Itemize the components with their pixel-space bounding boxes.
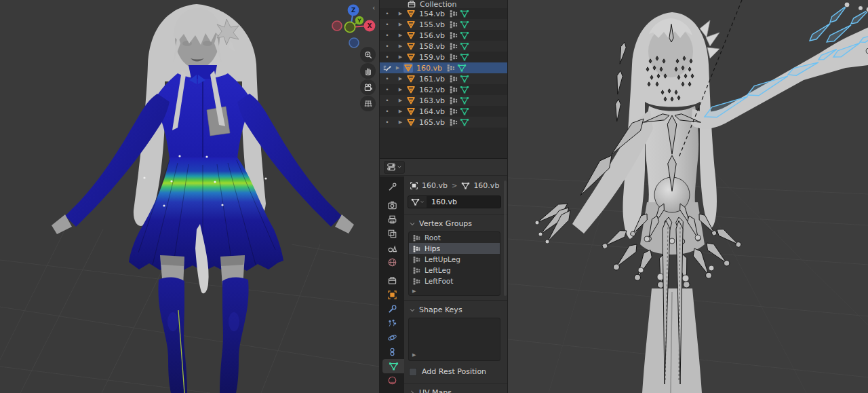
shape-keys-panel-header[interactable]: Shape Keys: [404, 303, 507, 316]
vertex-group-name[interactable]: LeftLeg: [425, 266, 451, 274]
navigation-gizmo[interactable]: Z X Y: [331, 1, 378, 50]
tab-physics[interactable]: [380, 331, 404, 345]
expand-arrow-icon[interactable]: ▶: [395, 98, 406, 103]
list-resize-grip[interactable]: ▶: [409, 350, 416, 359]
breadcrumb-object-name[interactable]: 160.vb: [422, 181, 448, 190]
object-name[interactable]: 154.vb: [416, 10, 448, 18]
tab-output[interactable]: [380, 212, 404, 227]
tab-object-data-active[interactable]: [382, 359, 404, 373]
collection-name[interactable]: Collection: [416, 0, 456, 9]
vertex-groups-list[interactable]: Root Hips LeftUpLeg: [408, 231, 500, 296]
list-resize-grip[interactable]: ▶: [409, 286, 500, 295]
add-rest-position-checkbox[interactable]: [409, 368, 417, 376]
tab-collection[interactable]: [380, 274, 404, 288]
object-dot-icon: •: [380, 75, 395, 82]
expand-arrow-icon[interactable]: ▶: [395, 33, 406, 38]
outliner-editor[interactable]: Collection • ▶ 154.vb • ▶ 155.vb • ▶: [380, 0, 507, 159]
expand-arrow-icon[interactable]: ▶: [395, 22, 406, 27]
object-name[interactable]: 163.vb: [416, 96, 448, 105]
pan-hand-button[interactable]: [360, 63, 376, 79]
object-dot-icon: •: [380, 86, 395, 93]
outliner-row[interactable]: • ▶ 156.vb: [380, 30, 507, 41]
outliner-row-selected[interactable]: ▶ 160.vb: [380, 62, 507, 73]
outliner-row[interactable]: • ▶ 158.vb: [380, 41, 507, 52]
expand-arrow-icon[interactable]: ▶: [395, 43, 406, 49]
breadcrumb-mesh-name[interactable]: 160.vb: [473, 181, 499, 190]
viewport-3d-armature[interactable]: .bone{fill:#b7b7b7;stroke:#151515;stroke…: [507, 0, 868, 393]
vertex-group-name[interactable]: LeftFoot: [425, 277, 453, 285]
tab-object[interactable]: [380, 288, 404, 302]
object-name[interactable]: 161.vb: [416, 75, 448, 83]
object-name-active[interactable]: 160.vb: [413, 64, 445, 73]
viewport-3d-weight-paint[interactable]: Z X Y ‹: [0, 0, 379, 393]
chevron-down-icon: [409, 221, 416, 227]
breadcrumb: 160.vb > 160.vb: [404, 176, 507, 195]
region-collapse-arrow-icon[interactable]: ‹: [372, 4, 375, 12]
tab-constraints[interactable]: [380, 345, 404, 359]
properties-scrollbar[interactable]: [504, 181, 507, 296]
object-name[interactable]: 159.vb: [416, 53, 448, 62]
outliner-row[interactable]: • ▶ 162.vb: [380, 84, 507, 95]
weight-paint-mode-icon: [382, 63, 392, 73]
id-type-button[interactable]: [408, 196, 427, 208]
camera-view-button[interactable]: [360, 79, 376, 95]
object-name[interactable]: 158.vb: [416, 42, 448, 51]
properties-content: 160.vb > 160.vb 160.vb: [404, 176, 507, 393]
vertex-groups-panel-header[interactable]: Vertex Groups: [404, 217, 507, 230]
axis-minus-x-ball: [332, 21, 342, 31]
object-name[interactable]: 162.vb: [416, 86, 448, 94]
add-rest-position-label[interactable]: Add Rest Position: [422, 367, 486, 376]
tab-particles[interactable]: [380, 316, 404, 331]
weight-paint-scene: [0, 0, 379, 393]
zoom-button[interactable]: [360, 47, 376, 62]
tab-world[interactable]: [380, 255, 404, 269]
object-dot-icon: •: [380, 97, 395, 104]
expand-arrow-icon[interactable]: ▶: [395, 76, 406, 81]
vertex-group-name[interactable]: Hips: [425, 244, 440, 252]
editor-type-button[interactable]: [384, 161, 405, 174]
expand-arrow-icon[interactable]: ▶: [395, 11, 406, 16]
outliner-row[interactable]: • ▶ 163.vb: [380, 95, 507, 106]
expand-arrow-icon[interactable]: ▶: [395, 119, 406, 125]
expand-arrow-icon[interactable]: ▶: [395, 54, 406, 60]
outliner-row[interactable]: • ▶ 164.vb: [380, 106, 507, 117]
outliner-row[interactable]: • ▶ 161.vb: [380, 73, 507, 84]
axis-x-label[interactable]: X: [368, 22, 372, 29]
expand-arrow-icon[interactable]: ▶: [395, 87, 406, 92]
mesh-name-value[interactable]: 160.vb: [427, 198, 457, 206]
outliner-row[interactable]: • ▶ 155.vb: [380, 19, 507, 30]
vertex-group-row[interactable]: Root: [409, 232, 500, 243]
expand-arrow-icon[interactable]: ▶: [392, 65, 403, 71]
vertex-group-name[interactable]: LeftUpLeg: [425, 255, 460, 263]
mesh-data-icon: [460, 96, 469, 105]
perspective-toggle-button[interactable]: [360, 96, 376, 111]
outliner-row[interactable]: • ▶ 159.vb: [380, 52, 507, 62]
tab-tool[interactable]: [380, 180, 404, 194]
vertex-group-icon: [449, 96, 458, 105]
outliner-row[interactable]: • ▶ 165.vb: [380, 117, 507, 128]
tab-scene[interactable]: [380, 241, 404, 255]
tab-view-layer[interactable]: [380, 227, 404, 241]
outliner-row[interactable]: • ▶ 154.vb: [380, 8, 507, 19]
vertex-group-row[interactable]: LeftUpLeg: [409, 254, 500, 265]
object-name[interactable]: 156.vb: [416, 31, 448, 40]
vertex-group-row[interactable]: LeftFoot: [409, 276, 500, 286]
vertex-group-row-selected[interactable]: Hips: [409, 243, 500, 254]
panel-vertex-groups: Vertex Groups Root Hips: [404, 214, 507, 300]
tab-material[interactable]: [380, 373, 404, 388]
axis-z-label[interactable]: Z: [351, 7, 355, 14]
mesh-name-field[interactable]: 160.vb: [408, 195, 501, 208]
uv-maps-panel-header[interactable]: UV Maps: [404, 386, 507, 393]
vertex-group-row[interactable]: LeftLeg: [409, 265, 500, 276]
tab-render[interactable]: [380, 198, 404, 212]
tab-modifiers[interactable]: [380, 302, 404, 316]
object-name[interactable]: 155.vb: [416, 20, 448, 29]
outliner-row-collection[interactable]: Collection: [380, 0, 507, 8]
expand-arrow-icon[interactable]: ▶: [395, 109, 406, 114]
axis-y-label[interactable]: Y: [357, 18, 361, 24]
vertex-group-name[interactable]: Root: [425, 233, 441, 242]
object-name[interactable]: 165.vb: [416, 118, 448, 127]
properties-editor-icon: [387, 162, 396, 172]
shape-keys-list[interactable]: ▶: [408, 318, 500, 361]
object-name[interactable]: 164.vb: [416, 107, 448, 116]
